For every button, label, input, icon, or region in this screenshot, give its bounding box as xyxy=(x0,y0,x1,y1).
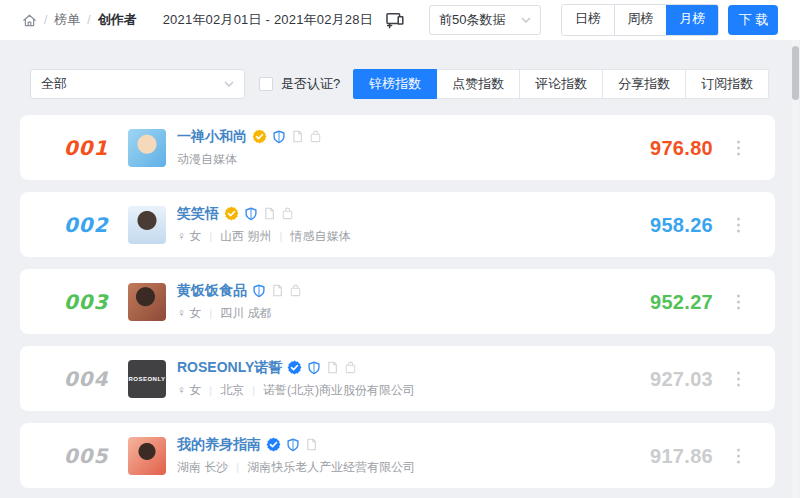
metric-tab[interactable]: 订阅指数 xyxy=(685,69,769,99)
creator-name-link[interactable]: 我的养身指南 xyxy=(177,436,261,454)
gender-label: ♀ 女 xyxy=(177,305,201,322)
period-tab[interactable]: 日榜 xyxy=(562,5,614,35)
shield-badge-icon xyxy=(286,438,300,452)
verified-check-icon xyxy=(224,206,239,221)
ranking-row: 004 ROSEONLY ROSEONLY诺誓 ♀ 女|北京|诺誓(北京)商业股… xyxy=(20,346,775,411)
shield-badge-icon xyxy=(252,284,266,298)
file-icon xyxy=(305,438,318,451)
category-dropdown[interactable]: 全部 xyxy=(30,69,245,99)
avatar[interactable] xyxy=(128,283,166,321)
creator-info: ROSEONLY诺誓 ♀ 女|北京|诺誓(北京)商业股份有限公司 xyxy=(177,359,415,399)
date-range-label[interactable]: 2021年02月01日 - 2021年02月28日 xyxy=(163,11,373,29)
shield-badge-icon xyxy=(272,130,286,144)
period-tab[interactable]: 周榜 xyxy=(614,5,666,35)
creator-info: 一禅小和尚 动漫自媒体 xyxy=(177,128,322,168)
breadcrumb-item-rankings[interactable]: 榜单 xyxy=(54,11,80,29)
bag-icon xyxy=(344,361,357,374)
file-icon xyxy=(326,361,339,374)
creator-name-line: 我的养身指南 xyxy=(177,436,415,454)
breadcrumb: / 榜单 / 创作者 xyxy=(22,11,137,29)
metric-tab[interactable]: 锌榜指数 xyxy=(353,69,437,99)
verified-check-icon xyxy=(252,129,267,144)
metric-tab[interactable]: 点赞指数 xyxy=(436,69,520,99)
download-button[interactable]: 下载 xyxy=(728,5,778,35)
period-tab-group: 日榜周榜月榜 xyxy=(561,4,719,36)
limit-dropdown-value: 前50条数据 xyxy=(439,11,505,29)
file-icon xyxy=(291,130,304,143)
detail-segment: 湖南 长沙 xyxy=(177,459,228,476)
rank-number: 005 xyxy=(54,444,118,468)
more-menu-icon[interactable] xyxy=(733,444,744,467)
score-value: 958.26 xyxy=(650,213,713,236)
verified-check-icon xyxy=(287,360,302,375)
detail-divider: | xyxy=(209,384,212,396)
rank-number: 001 xyxy=(54,136,118,160)
chevron-down-icon xyxy=(224,81,234,87)
detail-segment: 湖南快乐老人产业经营有限公司 xyxy=(247,459,415,476)
verified-filter[interactable]: 是否认证? xyxy=(259,75,340,93)
gender-label: ♀ 女 xyxy=(177,228,201,245)
detail-divider: | xyxy=(236,461,239,473)
creator-info: 黄饭饭食品 ♀ 女|四川 成都 xyxy=(177,282,302,322)
detail-segment: 山西 朔州 xyxy=(220,228,271,245)
creator-info: 我的养身指南 湖南 长沙|湖南快乐老人产业经营有限公司 xyxy=(177,436,415,476)
creator-name-link[interactable]: 笑笑悟 xyxy=(177,205,219,223)
detail-divider: | xyxy=(252,384,255,396)
detail-segment: 动漫自媒体 xyxy=(177,151,237,168)
verified-checkbox[interactable] xyxy=(259,77,273,91)
detail-divider: | xyxy=(209,307,212,319)
creator-name-link[interactable]: 一禅小和尚 xyxy=(177,128,247,146)
more-menu-icon[interactable] xyxy=(733,367,744,390)
breadcrumb-item-creators: 创作者 xyxy=(98,11,137,29)
detail-divider: | xyxy=(280,230,283,242)
breadcrumb-separator: / xyxy=(44,13,47,27)
home-icon[interactable] xyxy=(22,13,37,28)
score-value: 952.27 xyxy=(650,290,713,313)
ranking-row: 001 一禅小和尚 动漫自媒体 976.80 xyxy=(20,115,775,180)
creator-name-line: ROSEONLY诺誓 xyxy=(177,359,415,377)
detail-divider: | xyxy=(209,230,212,242)
shield-badge-icon xyxy=(307,361,321,375)
shield-badge-icon xyxy=(244,207,258,221)
period-tab[interactable]: 月榜 xyxy=(666,5,718,35)
metric-tab[interactable]: 分享指数 xyxy=(602,69,686,99)
more-menu-icon[interactable] xyxy=(733,290,744,313)
creator-detail: 动漫自媒体 xyxy=(177,151,322,168)
avatar[interactable] xyxy=(128,206,166,244)
detail-segment: 四川 成都 xyxy=(220,305,271,322)
rank-number: 004 xyxy=(54,367,118,391)
ranking-row: 005 我的养身指南 湖南 长沙|湖南快乐老人产业经营有限公司 917.8 xyxy=(20,423,775,488)
file-icon xyxy=(263,207,276,220)
creator-name-line: 黄饭饭食品 xyxy=(177,282,302,300)
creator-detail: 湖南 长沙|湖南快乐老人产业经营有限公司 xyxy=(177,459,415,476)
limit-dropdown[interactable]: 前50条数据 xyxy=(429,5,541,35)
more-menu-icon[interactable] xyxy=(733,136,744,159)
detail-segment: 情感自媒体 xyxy=(290,228,350,245)
creator-detail: ♀ 女|四川 成都 xyxy=(177,305,302,322)
scrollbar-thumb[interactable] xyxy=(792,46,799,100)
score-value: 976.80 xyxy=(650,136,713,159)
creator-name-link[interactable]: ROSEONLY诺誓 xyxy=(177,359,282,377)
ranking-row: 002 笑笑悟 ♀ 女|山西 朔州|情感自媒体 958.26 xyxy=(20,192,775,257)
detail-segment: 诺誓(北京)商业股份有限公司 xyxy=(263,382,415,399)
creator-name-line: 笑笑悟 xyxy=(177,205,350,223)
metric-tab[interactable]: 评论指数 xyxy=(519,69,603,99)
verified-checkbox-label: 是否认证? xyxy=(281,75,340,93)
detail-segment: 北京 xyxy=(220,382,244,399)
ranking-row: 003 黄饭饭食品 ♀ 女|四川 成都 952.27 xyxy=(20,269,775,334)
avatar[interactable]: ROSEONLY xyxy=(128,360,166,398)
avatar[interactable] xyxy=(128,437,166,475)
scrollbar-track[interactable] xyxy=(792,40,799,498)
more-menu-icon[interactable] xyxy=(733,213,744,236)
bag-icon xyxy=(281,207,294,220)
creator-info: 笑笑悟 ♀ 女|山西 朔州|情感自媒体 xyxy=(177,205,350,245)
creator-name-link[interactable]: 黄饭饭食品 xyxy=(177,282,247,300)
rank-number: 002 xyxy=(54,213,118,237)
creator-name-line: 一禅小和尚 xyxy=(177,128,322,146)
avatar[interactable] xyxy=(128,129,166,167)
data-screen-icon[interactable] xyxy=(385,11,405,29)
ranking-list: 001 一禅小和尚 动漫自媒体 976.80 xyxy=(20,115,775,488)
bag-icon xyxy=(289,284,302,297)
breadcrumb-separator: / xyxy=(87,13,90,27)
creator-detail: ♀ 女|山西 朔州|情感自媒体 xyxy=(177,228,350,245)
